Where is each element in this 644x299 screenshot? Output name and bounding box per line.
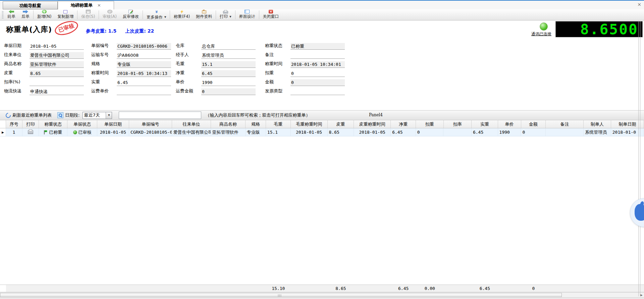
truck-no-field[interactable]: 沪A86008 [117, 52, 171, 59]
next-doc-button[interactable]: 后单 [18, 9, 33, 20]
partner-field[interactable]: 爱普生中国有限公司 [30, 52, 84, 59]
column-header[interactable]: 毛重称重时间 [291, 120, 328, 128]
column-header[interactable]: 往来单位 [172, 120, 211, 128]
field-label: 仓库 [176, 43, 201, 50]
amount-field[interactable]: 0 [290, 79, 345, 86]
net-weight-field[interactable]: 6.45 [201, 70, 256, 77]
tare-field[interactable]: 8.65 [30, 70, 84, 77]
column-header[interactable]: 皮重 [328, 120, 354, 128]
column-header[interactable]: 备注 [546, 120, 584, 128]
field-label: 往来单位 [4, 52, 30, 59]
tab-weighbridge-label: 地磅称重单 [71, 1, 93, 9]
summary-net: 6.45 [391, 285, 416, 292]
copy-new-button[interactable]: 复制新增 [54, 9, 76, 20]
horizontal-scrollbar[interactable]: ▶ [0, 292, 644, 297]
toolbar-separator [33, 10, 34, 19]
column-header[interactable]: 毛重 [266, 120, 291, 128]
prev-doc-button[interactable]: 前单 [4, 9, 18, 20]
print-cell[interactable] [22, 128, 39, 136]
product-field[interactable]: 亚拓管理软件 [30, 61, 84, 68]
field-label: 称重状态 [265, 43, 290, 50]
deduct-weight-field[interactable]: 0 [290, 70, 345, 77]
recent-weighings-grid: 序号 打印 称重状态 单据状态 单据日期 单据编号 往来单位 商品名称 规格 毛… [0, 120, 644, 299]
save-icon [86, 10, 91, 13]
ui-design-button[interactable]: 界面设计 [236, 9, 258, 20]
date-range-select[interactable]: 最近7天 ▼ [83, 112, 112, 119]
price-cell: 1990 [498, 128, 521, 136]
column-header[interactable]: 单据日期 [97, 120, 129, 128]
weight-digital-display: 8.6500 [555, 21, 643, 37]
toolbar-separator [143, 10, 143, 19]
save-button[interactable]: 保存(S) [78, 9, 98, 20]
column-header[interactable]: 序号 [6, 120, 22, 128]
toolbar-grip[interactable] [1, 10, 4, 19]
tab-function-nav[interactable]: 功能导航窗 [3, 1, 58, 9]
tab-bar: 功能导航窗 地磅称重单 × × [0, 1, 644, 9]
tare-reference-info: 参考皮重: 1.5 上次皮重: 22 [86, 28, 154, 34]
unit-price-field[interactable]: 1990 [201, 79, 256, 86]
close-window-button[interactable]: 关闭窗口 [260, 9, 282, 20]
approve-button[interactable]: 审核(A) [100, 9, 120, 20]
weigh-state-field[interactable]: 已称重 [290, 43, 345, 50]
seq-cell: 1 [6, 128, 22, 136]
column-header[interactable]: 皮重称重时间 [354, 120, 391, 128]
scrollbar-thumb[interactable] [0, 293, 562, 297]
bottom-edge [0, 297, 644, 299]
tab-close-icon[interactable]: × [97, 1, 101, 9]
column-header[interactable]: 打印 [22, 120, 39, 128]
column-header[interactable]: 扣重 [416, 120, 444, 128]
date-cell: 2018-01-05 [97, 128, 129, 136]
column-header[interactable]: 扣率 [444, 120, 472, 128]
weigh-time-field[interactable]: 2018-01-05 10:34:13 [117, 70, 171, 77]
column-header[interactable]: 金额 [521, 120, 546, 128]
more-actions-button[interactable]: «更多操作▼ [144, 9, 169, 20]
warehouse-field[interactable]: 总仓库 [201, 43, 256, 50]
deduct-rate-cell [443, 128, 472, 136]
spec-field[interactable]: 专业版 [117, 61, 171, 68]
green-circle-icon [73, 130, 77, 134]
remark-field[interactable] [290, 52, 345, 59]
column-header[interactable]: 规格 [246, 120, 266, 128]
tab-weighbridge[interactable]: 地磅称重单 × [58, 1, 114, 9]
printer-icon [28, 130, 33, 134]
deduct-cell: 0 [416, 128, 444, 136]
column-header[interactable]: 制单人 [584, 120, 611, 128]
search-input[interactable] [119, 112, 201, 119]
column-header[interactable]: 称重状态 [39, 120, 67, 128]
field-label: 经手人 [176, 52, 201, 59]
actual-weight-field[interactable]: 6.45 [117, 79, 171, 86]
actual-cell: 6.45 [472, 128, 498, 136]
column-header[interactable]: 实重 [472, 120, 498, 128]
doc-no-field[interactable]: CGRKD-20180105-0006 [117, 43, 171, 50]
refresh-list-button[interactable]: 刷新最近称重单列表 [4, 111, 54, 120]
column-header[interactable]: 单据编号 [129, 120, 172, 128]
layout-design-icon [245, 10, 250, 13]
weigh-time2-field[interactable]: 2018-01-05 10:34:01 [290, 61, 345, 68]
column-header[interactable]: 单据状态 [67, 120, 97, 128]
window-close-icon[interactable]: × [637, 2, 641, 7]
field-label: 称重时间 [91, 70, 117, 77]
freight-price-field[interactable] [117, 88, 171, 95]
column-header[interactable]: 单价 [498, 120, 521, 128]
new-button[interactable]: 新增(N) [34, 9, 54, 20]
print-button[interactable]: 打印▼ [217, 9, 234, 20]
gross-weight-field[interactable]: 15.1 [201, 61, 256, 68]
column-header[interactable]: 商品名称 [211, 120, 246, 128]
product-cell: 亚拓管理软件 [211, 128, 246, 136]
weigh-button[interactable]: 称重(F4) [171, 9, 193, 20]
freight-amount-field[interactable]: 0 [201, 88, 256, 95]
field-label: 发票类型 [265, 88, 290, 95]
doc-date-field[interactable]: 2018-01-05 [30, 43, 84, 50]
unapprove-edit-button[interactable]: 反审修改 [120, 9, 142, 20]
handler-field[interactable]: 系统管理员 [201, 52, 256, 59]
gross-cell: 15.1 [266, 128, 291, 136]
invoice-type-field[interactable] [290, 88, 345, 95]
column-header[interactable]: 净重 [391, 120, 416, 128]
tare-cell: 8.65 [328, 128, 354, 136]
logistics-field[interactable]: 申通快递 [30, 88, 84, 95]
combo-dropdown-button[interactable]: ▼ [106, 112, 112, 119]
search-icon [57, 112, 63, 118]
table-row[interactable]: ▶ 1 已称重 已审核 2018-01-05 CGRKD-20180105-00… [0, 128, 644, 136]
attachment-button[interactable]: 附件资料 [193, 9, 215, 20]
deduct-rate-field[interactable] [30, 79, 84, 86]
